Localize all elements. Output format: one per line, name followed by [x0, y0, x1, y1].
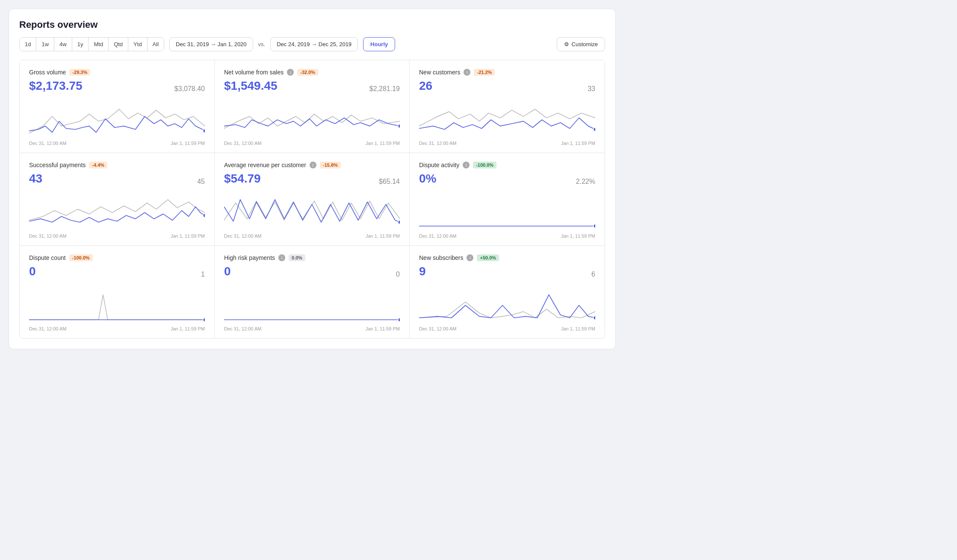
chart-start-label: Dec 31, 12:00 AM: [29, 326, 66, 331]
pill-1d[interactable]: 1d: [20, 38, 36, 51]
metric-prev-new-subscribers: 6: [591, 271, 595, 278]
controls-bar: 1d 1w 4w 1y Mtd Qtd Ytd All Dec 31, 2019…: [19, 37, 605, 51]
metric-badge-new-customers: -21.2%: [474, 69, 495, 76]
info-icon-dispute-activity[interactable]: i: [463, 162, 470, 168]
pill-ytd[interactable]: Ytd: [128, 38, 148, 51]
metric-labels-high-risk: Dec 31, 12:00 AM Jan 1, 11:59 PM: [224, 326, 400, 331]
svg-point-1: [398, 124, 400, 128]
date-range-secondary[interactable]: Dec 24, 2019 → Dec 25, 2019: [270, 37, 358, 51]
pill-4w[interactable]: 4w: [54, 38, 72, 51]
metric-current-new-customers: 26: [419, 79, 432, 93]
metric-current-dispute-activity: 0%: [419, 172, 436, 186]
metric-chart-dispute-count: [29, 285, 205, 324]
metric-chart-gross-volume: [29, 100, 205, 138]
pill-all[interactable]: All: [148, 38, 164, 51]
chart-end-label: Jan 1, 11:59 PM: [561, 326, 595, 331]
metric-badge-dispute-activity: -100.0%: [473, 162, 496, 168]
metric-current-dispute-count: 0: [29, 265, 36, 278]
metric-header-gross-volume: Gross volume -29.3%: [29, 69, 205, 76]
svg-point-2: [594, 127, 595, 131]
metric-header-new-subscribers: New subscribers i +50.0%: [419, 254, 595, 261]
info-icon-new-subscribers[interactable]: i: [467, 254, 473, 261]
metric-card-gross-volume: Gross volume -29.3% $2,173.75 $3,078.40 …: [20, 60, 215, 153]
metric-values-net-volume: $1,549.45 $2,281.19: [224, 79, 400, 93]
metric-header-high-risk: High risk payments i 0.0%: [224, 254, 400, 261]
metric-chart-new-customers: [419, 100, 595, 138]
chart-end-label: Jan 1, 11:59 PM: [171, 233, 205, 239]
info-icon-new-customers[interactable]: i: [464, 69, 470, 76]
metric-values-new-subscribers: 9 6: [419, 265, 595, 278]
metric-labels-gross-volume: Dec 31, 12:00 AM Jan 1, 11:59 PM: [29, 141, 205, 146]
metric-chart-successful-payments: [29, 192, 205, 231]
metric-badge-new-subscribers: +50.0%: [477, 254, 499, 261]
metric-labels-successful-payments: Dec 31, 12:00 AM Jan 1, 11:59 PM: [29, 233, 205, 239]
metric-badge-dispute-count: -100.0%: [69, 254, 93, 261]
metric-prev-avg-revenue: $65.14: [379, 178, 400, 186]
metric-prev-net-volume: $2,281.19: [369, 85, 400, 93]
info-icon-net-volume[interactable]: i: [287, 69, 294, 76]
pill-mtd[interactable]: Mtd: [89, 38, 109, 51]
hourly-button[interactable]: Hourly: [363, 37, 395, 51]
metric-current-avg-revenue: $54.79: [224, 172, 261, 186]
info-icon-high-risk[interactable]: i: [278, 254, 285, 261]
metric-badge-successful-payments: -4.4%: [89, 162, 107, 168]
svg-point-4: [398, 220, 400, 224]
metric-card-dispute-activity: Dispute activity i -100.0% 0% 2.22% Dec …: [410, 153, 605, 246]
metric-card-net-volume: Net volume from sales i -32.0% $1,549.45…: [215, 60, 410, 153]
pill-qtd[interactable]: Qtd: [109, 38, 128, 51]
svg-point-6: [203, 318, 205, 322]
gear-icon: ⚙: [564, 41, 569, 47]
chart-start-label: Dec 31, 12:00 AM: [419, 326, 456, 331]
metric-header-new-customers: New customers i -21.2%: [419, 69, 595, 76]
chart-end-label: Jan 1, 11:59 PM: [171, 326, 205, 331]
metric-values-high-risk: 0 0: [224, 265, 400, 278]
metric-labels-avg-revenue: Dec 31, 12:00 AM Jan 1, 11:59 PM: [224, 233, 400, 239]
metric-card-avg-revenue: Average revenue per customer i -15.8% $5…: [215, 153, 410, 246]
metric-badge-high-risk: 0.0%: [289, 254, 305, 261]
metric-name-high-risk: High risk payments: [224, 254, 275, 261]
metric-name-dispute-activity: Dispute activity: [419, 162, 459, 168]
chart-start-label: Dec 31, 12:00 AM: [29, 141, 66, 146]
metric-current-successful-payments: 43: [29, 172, 42, 186]
metric-chart-high-risk: [224, 285, 400, 324]
metric-labels-dispute-count: Dec 31, 12:00 AM Jan 1, 11:59 PM: [29, 326, 205, 331]
metric-values-dispute-count: 0 1: [29, 265, 205, 278]
metric-card-new-customers: New customers i -21.2% 26 33 Dec 31, 12:…: [410, 60, 605, 153]
metric-badge-avg-revenue: -15.8%: [320, 162, 341, 168]
chart-end-label: Jan 1, 11:59 PM: [366, 141, 400, 146]
metric-name-successful-payments: Successful payments: [29, 162, 86, 168]
customize-button[interactable]: ⚙ Customize: [557, 37, 605, 51]
metric-chart-avg-revenue: [224, 192, 400, 231]
page-title: Reports overview: [19, 19, 605, 30]
metric-labels-dispute-activity: Dec 31, 12:00 AM Jan 1, 11:59 PM: [419, 233, 595, 239]
metric-name-net-volume: Net volume from sales: [224, 69, 284, 76]
dashboard-header: Reports overview 1d 1w 4w 1y Mtd Qtd Ytd…: [19, 19, 605, 51]
metric-values-dispute-activity: 0% 2.22%: [419, 172, 595, 186]
metric-header-avg-revenue: Average revenue per customer i -15.8%: [224, 162, 400, 168]
metric-values-gross-volume: $2,173.75 $3,078.40: [29, 79, 205, 93]
metric-name-gross-volume: Gross volume: [29, 69, 66, 76]
metric-header-dispute-count: Dispute count -100.0%: [29, 254, 205, 261]
vs-label: vs.: [258, 41, 266, 47]
pill-1w[interactable]: 1w: [36, 38, 54, 51]
metric-card-new-subscribers: New subscribers i +50.0% 9 6 Dec 31, 12:…: [410, 246, 605, 338]
chart-start-label: Dec 31, 12:00 AM: [29, 233, 66, 239]
metric-header-dispute-activity: Dispute activity i -100.0%: [419, 162, 595, 168]
metric-chart-net-volume: [224, 100, 400, 138]
chart-start-label: Dec 31, 12:00 AM: [224, 141, 261, 146]
metric-prev-gross-volume: $3,078.40: [174, 85, 205, 93]
metric-prev-successful-payments: 45: [197, 178, 205, 186]
pill-1y[interactable]: 1y: [72, 38, 89, 51]
metric-prev-new-customers: 33: [588, 85, 595, 93]
metric-badge-net-volume: -32.0%: [297, 69, 318, 76]
info-icon-avg-revenue[interactable]: i: [310, 162, 316, 168]
chart-end-label: Jan 1, 11:59 PM: [561, 141, 595, 146]
chart-start-label: Dec 31, 12:00 AM: [224, 233, 261, 239]
chart-end-label: Jan 1, 11:59 PM: [366, 233, 400, 239]
metric-labels-new-customers: Dec 31, 12:00 AM Jan 1, 11:59 PM: [419, 141, 595, 146]
metric-name-dispute-count: Dispute count: [29, 254, 66, 261]
metric-name-avg-revenue: Average revenue per customer: [224, 162, 306, 168]
chart-end-label: Jan 1, 11:59 PM: [171, 141, 205, 146]
date-range-primary[interactable]: Dec 31, 2019 → Jan 1, 2020: [169, 37, 253, 51]
chart-end-label: Jan 1, 11:59 PM: [561, 233, 595, 239]
